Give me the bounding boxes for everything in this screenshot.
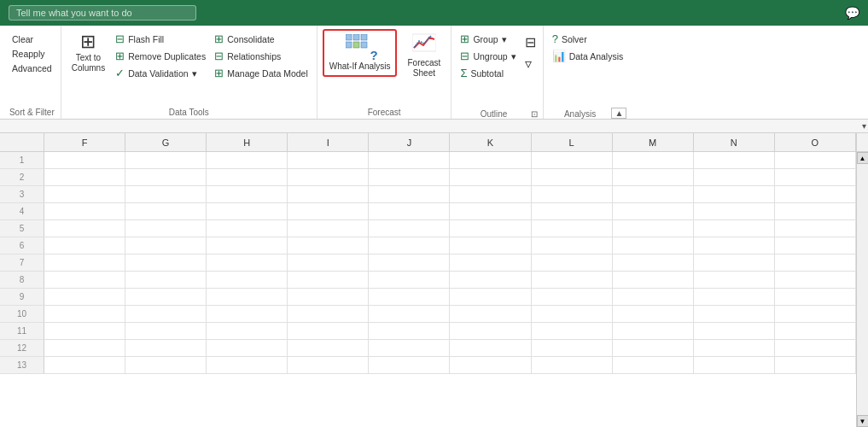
grid-cell[interactable] [125,186,207,202]
tell-me-input[interactable] [9,5,196,20]
grid-cell[interactable] [532,186,613,202]
outline-lines-button[interactable]: ⊟ [523,32,538,52]
grid-cell[interactable] [450,357,531,373]
consolidate-button[interactable]: ⊞ Consolidate [211,31,312,47]
grid-cell[interactable] [450,306,531,322]
grid-cell[interactable] [775,272,856,288]
grid-cell[interactable] [694,186,775,202]
grid-cell[interactable] [613,220,694,237]
grid-cell[interactable] [694,340,775,356]
grid-cell[interactable] [125,323,207,339]
table-row[interactable]: 4 [0,203,856,220]
grid-cell[interactable] [775,220,856,237]
grid-cell[interactable] [44,220,125,237]
grid-cell[interactable] [532,237,613,254]
grid-cell[interactable] [207,169,288,185]
col-header-G[interactable]: G [125,133,207,151]
grid-cell[interactable] [450,186,531,202]
grid-cell[interactable] [694,220,775,237]
grid-cell[interactable] [532,203,613,219]
grid-cell[interactable] [207,186,288,202]
grid-cell[interactable] [207,289,288,305]
grid-cell[interactable] [288,323,369,339]
scroll-up-button[interactable]: ▲ [857,152,869,164]
grid-cell[interactable] [613,340,694,356]
grid-cell[interactable] [694,306,775,322]
grid-cell[interactable] [207,340,288,356]
grid-cell[interactable] [44,237,125,254]
grid-cell[interactable] [207,152,288,168]
grid-cell[interactable] [207,357,288,373]
grid-cell[interactable] [369,237,450,254]
grid-cell[interactable] [775,340,856,356]
grid-cell[interactable] [369,169,450,185]
grid-cell[interactable] [369,306,450,322]
grid-cell[interactable] [44,254,125,271]
grid-cell[interactable] [288,152,369,168]
grid-cell[interactable] [775,169,856,185]
grid-cell[interactable] [532,289,613,305]
grid-cell[interactable] [207,254,288,271]
grid-cell[interactable] [694,152,775,168]
scroll-down-button[interactable]: ▼ [857,415,869,427]
grid-cell[interactable] [450,220,531,237]
clear-button[interactable]: Clear [9,32,55,46]
grid-cell[interactable] [207,220,288,237]
grid-cell[interactable] [613,272,694,288]
grid-cell[interactable] [450,289,531,305]
grid-cell[interactable] [450,254,531,271]
flash-fill-button[interactable]: ⊟ Flash Fill [112,31,209,47]
table-row[interactable]: 7 [0,254,856,272]
grid-cell[interactable] [288,254,369,271]
grid-cell[interactable] [125,357,207,373]
scroll-down-arrow[interactable]: ▾ [862,121,866,131]
grid-cell[interactable] [288,203,369,219]
what-if-analysis-button[interactable]: ? What-If Analysis [323,29,398,77]
advanced-button[interactable]: Advanced [9,61,55,75]
grid-cell[interactable] [125,237,207,254]
grid-cell[interactable] [207,306,288,322]
grid-cell[interactable] [44,169,125,185]
grid-cell[interactable] [44,272,125,288]
manage-data-model-button[interactable]: ⊞ Manage Data Model [211,65,312,81]
grid-cell[interactable] [207,323,288,339]
ungroup-button[interactable]: ⊟ Ungroup ▾ [457,48,519,64]
grid-cell[interactable] [125,289,207,305]
grid-cell[interactable] [288,289,369,305]
grid-cell[interactable] [613,203,694,219]
grid-cell[interactable] [369,254,450,271]
grid-cell[interactable] [125,203,207,219]
table-row[interactable]: 5 [0,220,856,237]
relationships-button[interactable]: ⊟ Relationships [211,48,312,64]
grid-cell[interactable] [125,152,207,168]
grid-cell[interactable] [775,203,856,219]
grid-cell[interactable] [613,306,694,322]
col-header-M[interactable]: M [613,133,694,151]
solver-button[interactable]: ? Solver [549,31,627,47]
data-validation-button[interactable]: ✓ Data Validation ▾ [112,65,209,81]
text-to-columns-button[interactable]: ⊞ Text to Columns [67,29,110,77]
grid-cell[interactable] [532,254,613,271]
grid-cell[interactable] [125,220,207,237]
grid-cell[interactable] [613,289,694,305]
grid-cell[interactable] [694,254,775,271]
grid-cell[interactable] [450,272,531,288]
table-row[interactable]: 1 [0,152,856,169]
grid-cell[interactable] [532,272,613,288]
grid-cell[interactable] [450,152,531,168]
grid-cell[interactable] [44,306,125,322]
grid-cell[interactable] [450,340,531,356]
grid-cell[interactable] [44,203,125,219]
grid-cell[interactable] [450,169,531,185]
grid-cell[interactable] [694,357,775,373]
grid-cell[interactable] [288,220,369,237]
grid-cell[interactable] [44,152,125,168]
reapply-button[interactable]: Reapply [9,47,55,61]
col-header-I[interactable]: I [288,133,369,151]
grid-cell[interactable] [125,169,207,185]
col-header-K[interactable]: K [450,133,531,151]
horizontal-scrollbar[interactable]: ▾ [0,120,868,133]
grid-cell[interactable] [775,306,856,322]
col-header-F[interactable]: F [44,133,125,151]
grid-cell[interactable] [450,323,531,339]
